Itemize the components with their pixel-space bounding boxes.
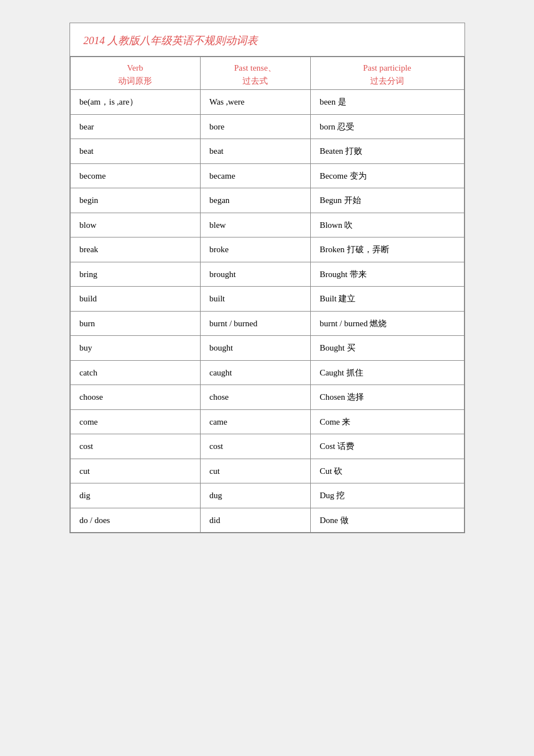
col3-header-cn: 过去分词 — [320, 75, 455, 88]
cell-12-0: choose — [70, 385, 200, 410]
cell-3-1: became — [200, 163, 310, 188]
table-row: breakbrokeBroken 打破，弄断 — [70, 237, 464, 262]
cell-13-0: come — [70, 409, 200, 434]
title-row: 2014 人教版八年级英语不规则动词表 — [70, 23, 464, 57]
col2-header-en: Past tense、 — [210, 62, 301, 75]
cell-14-0: cost — [70, 434, 200, 459]
cell-5-2: Blown 吹 — [310, 213, 464, 237]
cell-13-1: came — [200, 409, 310, 434]
col1-header-en: Verb — [80, 62, 191, 75]
table-row: comecameCome 来 — [70, 409, 464, 434]
cell-16-2: Dug 挖 — [310, 483, 464, 508]
cell-4-1: began — [200, 188, 310, 213]
cell-13-2: Come 来 — [310, 409, 464, 434]
cell-8-1: built — [200, 287, 310, 312]
header-row: Verb 动词原形 Past tense、 过去式 Past participl… — [70, 57, 464, 90]
col2-header-cn: 过去式 — [210, 75, 301, 88]
cell-6-2: Broken 打破，弄断 — [310, 237, 464, 262]
cell-7-0: bring — [70, 262, 200, 287]
cell-0-2: been 是 — [310, 90, 464, 115]
cell-8-0: build — [70, 287, 200, 312]
cell-11-1: caught — [200, 360, 310, 385]
table-row: do / doesdidDone 做 — [70, 508, 464, 533]
cell-0-1: Was ,were — [200, 90, 310, 115]
cell-3-0: become — [70, 163, 200, 188]
col3-header-en: Past participle — [320, 62, 455, 75]
table-row: bringbroughtBrought 带来 — [70, 262, 464, 287]
cell-5-0: blow — [70, 213, 200, 237]
cell-4-2: Begun 开始 — [310, 188, 464, 213]
cell-2-1: beat — [200, 139, 310, 164]
col2-header: Past tense、 过去式 — [200, 57, 310, 90]
table-row: buildbuiltBuilt 建立 — [70, 287, 464, 312]
cell-2-0: beat — [70, 139, 200, 164]
cell-7-1: brought — [200, 262, 310, 287]
cell-1-2: born 忍受 — [310, 114, 464, 139]
cell-1-0: bear — [70, 114, 200, 139]
table-row: be(am，is ,are）Was ,werebeen 是 — [70, 90, 464, 115]
main-container: 2014 人教版八年级英语不规则动词表 Verb 动词原形 Past tense… — [70, 23, 465, 533]
cell-4-0: begin — [70, 188, 200, 213]
cell-14-1: cost — [200, 434, 310, 459]
cell-15-0: cut — [70, 459, 200, 483]
cell-12-1: chose — [200, 385, 310, 410]
cell-15-1: cut — [200, 459, 310, 483]
col1-header: Verb 动词原形 — [70, 57, 200, 90]
table-row: cutcutCut 砍 — [70, 459, 464, 483]
cell-17-0: do / does — [70, 508, 200, 533]
cell-3-2: Become 变为 — [310, 163, 464, 188]
cell-2-2: Beaten 打败 — [310, 139, 464, 164]
table-row: beatbeatBeaten 打败 — [70, 139, 464, 164]
col3-header: Past participle 过去分词 — [310, 57, 464, 90]
table-row: bearboreborn 忍受 — [70, 114, 464, 139]
table-row: blowblewBlown 吹 — [70, 213, 464, 237]
cell-10-1: bought — [200, 336, 310, 361]
table-row: becomebecameBecome 变为 — [70, 163, 464, 188]
table-row: digdugDug 挖 — [70, 483, 464, 508]
page-title: 2014 人教版八年级英语不规则动词表 — [84, 34, 258, 46]
cell-14-2: Cost 话费 — [310, 434, 464, 459]
table-row: buyboughtBought 买 — [70, 336, 464, 361]
table-row: beginbeganBegun 开始 — [70, 188, 464, 213]
cell-9-0: burn — [70, 311, 200, 336]
table-row: burnburnt / burnedburnt / burned 燃烧 — [70, 311, 464, 336]
cell-8-2: Built 建立 — [310, 287, 464, 312]
cell-5-1: blew — [200, 213, 310, 237]
cell-9-2: burnt / burned 燃烧 — [310, 311, 464, 336]
cell-1-1: bore — [200, 114, 310, 139]
verb-table: Verb 动词原形 Past tense、 过去式 Past participl… — [70, 57, 464, 533]
cell-17-1: did — [200, 508, 310, 533]
cell-11-0: catch — [70, 360, 200, 385]
table-row: choosechoseChosen 选择 — [70, 385, 464, 410]
cell-17-2: Done 做 — [310, 508, 464, 533]
cell-7-2: Brought 带来 — [310, 262, 464, 287]
cell-10-2: Bought 买 — [310, 336, 464, 361]
cell-16-1: dug — [200, 483, 310, 508]
table-row: costcostCost 话费 — [70, 434, 464, 459]
cell-6-0: break — [70, 237, 200, 262]
cell-12-2: Chosen 选择 — [310, 385, 464, 410]
cell-0-0: be(am，is ,are） — [70, 90, 200, 115]
cell-6-1: broke — [200, 237, 310, 262]
cell-15-2: Cut 砍 — [310, 459, 464, 483]
table-row: catchcaughtCaught 抓住 — [70, 360, 464, 385]
cell-16-0: dig — [70, 483, 200, 508]
col1-header-cn: 动词原形 — [80, 75, 191, 88]
cell-9-1: burnt / burned — [200, 311, 310, 336]
cell-10-0: buy — [70, 336, 200, 361]
cell-11-2: Caught 抓住 — [310, 360, 464, 385]
